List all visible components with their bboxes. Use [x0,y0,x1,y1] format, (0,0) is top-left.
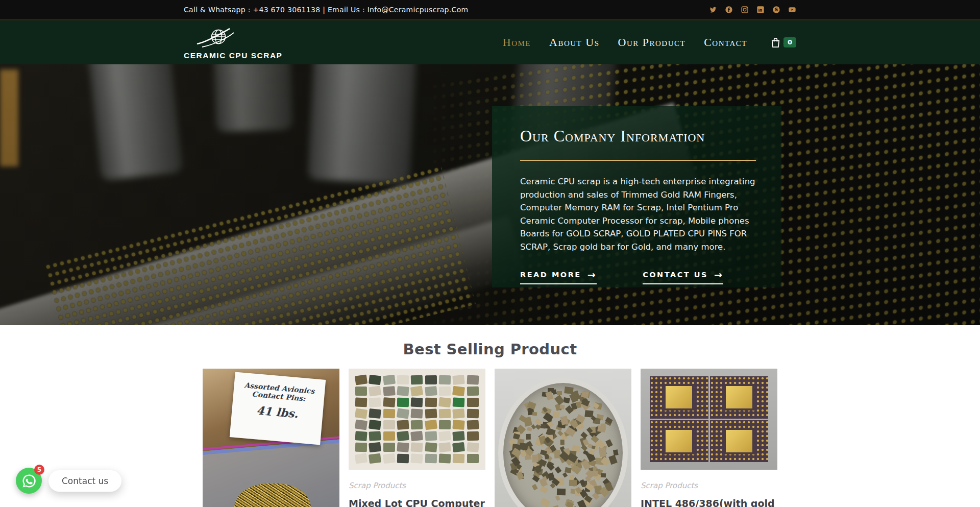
cart-button[interactable]: 0 [770,37,796,49]
product-image-avionics-pins[interactable]: Assorted Avionics Contact Pins: 41 lbs. [203,369,339,507]
cpu-grid-pattern [355,375,479,463]
section-heading: Best Selling Product [0,341,980,358]
linkedin-icon[interactable] [756,6,765,14]
nav-about-us[interactable]: About Us [549,36,599,49]
facebook-icon[interactable] [725,6,733,14]
contact-us-button[interactable]: CONTACT US → [643,271,723,284]
product-title[interactable]: INTEL 486/386(with gold square) CPU for … [641,497,777,507]
product-card-ceramic-capacitors[interactable] [495,369,631,507]
ceramic-cpu-graphic [710,420,769,463]
ceramic-cpu-graphic [710,376,769,419]
product-category[interactable]: Scrap Products [641,481,777,490]
read-more-button[interactable]: READ MORE → [520,271,597,284]
social-links: S [709,6,796,14]
whatsapp-icon [21,473,37,489]
company-info-panel: Our Company Information Ceramic CPU scra… [492,106,781,287]
skype-icon[interactable]: S [772,6,780,14]
hero-background-image [0,64,980,325]
notification-badge: 5 [34,465,44,475]
handwritten-sign: Assorted Avionics Contact Pins: 41 lbs. [230,372,326,445]
main-nav: Home About Us Our Product Contact 0 [503,36,796,49]
company-info-title: Our Company Information [520,127,756,146]
product-image-capacitor-bowl[interactable] [495,369,631,507]
product-card-avionics-pins[interactable]: Assorted Avionics Contact Pins: 41 lbs. [203,369,339,507]
topbar: Call & Whatsapp : +43 670 3061138 | Emai… [0,0,980,19]
product-image-mixed-cpus[interactable] [349,369,485,470]
whatsapp-contact-label[interactable]: Contact us [48,470,121,492]
whatsapp-button[interactable]: 5 [16,468,42,494]
gold-divider [520,160,756,161]
youtube-icon[interactable] [788,6,796,14]
contact-info-text: Call & Whatsapp : +43 670 3061138 | Emai… [184,6,468,14]
product-title[interactable]: Mixed Lot CPU Computer Processors – Sold… [349,497,485,507]
twitter-icon[interactable] [709,6,717,14]
site-header: CERAMIC CPU SCRAP Home About Us Our Prod… [0,19,980,64]
best-selling-section: Best Selling Product Assorted Avionics C… [0,325,980,507]
svg-text:S: S [775,7,778,12]
logo[interactable]: CERAMIC CPU SCRAP [184,25,282,60]
product-card-intel-486[interactable]: Scrap Products INTEL 486/386(with gold s… [641,369,777,507]
chip-pile-pattern [498,378,628,507]
ceramic-cpu-graphic [650,376,708,419]
nav-contact[interactable]: Contact [704,36,747,49]
product-cards-row: Assorted Avionics Contact Pins: 41 lbs. … [203,369,777,507]
globe-logo-icon [187,27,247,50]
product-image-intel-486[interactable] [641,369,777,470]
company-info-paragraph: Ceramic CPU scrap is a high-tech enterpr… [520,175,756,253]
instagram-icon[interactable] [741,6,749,14]
whatsapp-widget: 5 Contact us [16,468,121,494]
nav-our-product[interactable]: Our Product [618,36,686,49]
nav-home[interactable]: Home [503,36,531,49]
product-card-mixed-cpus[interactable]: Scrap Products Mixed Lot CPU Computer Pr… [349,369,485,507]
ceramic-cpu-graphic [650,420,708,463]
brand-name: CERAMIC CPU SCRAP [184,51,282,60]
shopping-bag-icon [770,37,781,49]
hero-section: Our Company Information Ceramic CPU scra… [0,64,980,325]
product-category[interactable]: Scrap Products [349,481,485,490]
cart-count-badge: 0 [783,37,796,47]
